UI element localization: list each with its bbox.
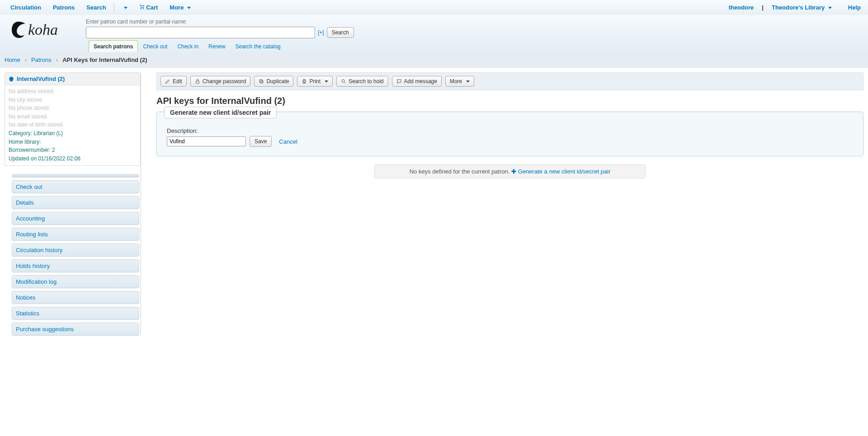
no-keys-infobar: No keys defined for the current patron. … [374, 164, 646, 178]
caret-down-icon [325, 80, 328, 83]
search-button[interactable]: Search [327, 27, 354, 38]
patron-no-phone: No phone stored. [9, 104, 137, 113]
nav-left: Circulation Patrons Search Cart More [5, 3, 197, 13]
svg-point-0 [141, 8, 142, 9]
nav-search-caret[interactable] [116, 4, 133, 11]
sidebar: InternalVufind (2) No address stored. No… [5, 72, 141, 336]
copy-icon [259, 79, 264, 84]
sidemenu-purchase-suggestions[interactable]: Purchase suggestions [12, 323, 139, 335]
sidemenu-modification-log[interactable]: Modification log [12, 276, 139, 288]
side-menu: Check out Details Accounting Routing lis… [5, 180, 141, 336]
sidemenu-holds-history[interactable]: Holds history [12, 260, 139, 272]
nav-cart[interactable]: Cart [133, 4, 164, 11]
patron-category: Category: Librarian (L) [9, 129, 137, 138]
cart-icon [139, 4, 145, 9]
svg-rect-5 [259, 80, 262, 82]
svg-rect-6 [303, 81, 306, 83]
patron-name-link[interactable]: InternalVufind (2) [17, 75, 65, 82]
chevron-right-icon: › [25, 56, 27, 63]
koha-logo: koha [0, 16, 86, 39]
caret-down-icon [124, 7, 127, 9]
svg-text:koha: koha [28, 21, 58, 38]
sidemenu-details[interactable]: Details [12, 197, 139, 209]
caret-down-icon [828, 7, 832, 9]
breadcrumb: Home › Patrons › API Keys for InternalVu… [0, 52, 868, 68]
no-keys-text: No keys defined for the current patron. [410, 168, 510, 175]
sidemenu-statistics[interactable]: Statistics [12, 307, 139, 319]
sidemenu-circulation-history[interactable]: Circulation history [12, 244, 139, 256]
patron-card-head: InternalVufind (2) [5, 73, 140, 85]
search-area: Enter patron card number or partial name… [86, 16, 354, 52]
patron-search-input[interactable] [86, 27, 315, 38]
nav-patrons[interactable]: Patrons [47, 4, 80, 11]
generate-key-link[interactable]: ✚ Generate a new client id/secret pair [511, 168, 610, 175]
duplicate-button[interactable]: Duplicate [254, 76, 293, 87]
save-button[interactable]: Save [250, 136, 272, 147]
svg-rect-4 [260, 80, 263, 83]
description-input[interactable] [167, 136, 246, 146]
search-icon [341, 79, 346, 84]
sidemenu-accounting[interactable]: Accounting [12, 212, 139, 225]
search-to-hold-button[interactable]: Search to hold [336, 76, 388, 87]
patron-no-city: No city stored. [9, 96, 137, 104]
fieldset-legend: Generate new client id/secret pair [164, 107, 277, 118]
change-password-button[interactable]: Change password [190, 76, 251, 87]
patron-card-body: No address stored. No city stored. No ph… [5, 85, 140, 165]
print-button[interactable]: Print [297, 76, 333, 87]
comment-icon [396, 79, 402, 84]
crumb-home[interactable]: Home [5, 56, 20, 63]
shield-icon [9, 76, 14, 82]
top-nav: Circulation Patrons Search Cart More the… [0, 0, 868, 15]
svg-rect-3 [196, 81, 199, 84]
sidemenu-notices[interactable]: Notices [12, 291, 139, 304]
plus-icon: ✚ [511, 168, 516, 175]
edit-button[interactable]: Edit [160, 76, 187, 87]
svg-point-1 [143, 8, 144, 9]
patron-card: InternalVufind (2) No address stored. No… [5, 72, 141, 166]
tab-search-catalog[interactable]: Search the catalog [230, 40, 285, 52]
caret-down-icon [187, 7, 191, 9]
cancel-link[interactable]: Cancel [279, 138, 297, 145]
sidebar-strip [12, 174, 139, 178]
svg-rect-7 [303, 80, 305, 81]
print-icon [302, 79, 307, 84]
lock-icon [195, 79, 200, 84]
nav-search[interactable]: Search [80, 4, 112, 11]
nav-circulation[interactable]: Circulation [5, 4, 47, 11]
add-message-button[interactable]: Add message [392, 76, 442, 87]
content: Edit Change password Duplicate Print Sea… [156, 72, 863, 178]
tab-renew[interactable]: Renew [203, 40, 230, 52]
patron-toolbar: Edit Change password Duplicate Print Sea… [156, 72, 863, 90]
patron-borrowernumber: Borrowernumber: 2 [9, 146, 137, 155]
tab-search-patrons[interactable]: Search patrons [89, 40, 138, 52]
toolbar-more-button[interactable]: More [445, 76, 474, 87]
nav-more[interactable]: More [164, 4, 197, 11]
description-label: Description: [167, 127, 853, 134]
nav-sep: | [759, 4, 766, 11]
crumb-patrons[interactable]: Patrons [31, 56, 52, 63]
sidemenu-check-out[interactable]: Check out [12, 181, 139, 193]
svg-point-9 [342, 80, 344, 82]
nav-user[interactable]: theodore [726, 4, 757, 11]
pencil-icon [165, 79, 170, 84]
patron-no-email: No email stored. [9, 113, 137, 121]
generate-fieldset: Generate new client id/secret pair Descr… [156, 112, 863, 156]
tab-check-out[interactable]: Check out [138, 40, 172, 52]
main: InternalVufind (2) No address stored. No… [0, 68, 868, 349]
nav-library[interactable]: Theodore's Library [769, 4, 835, 11]
search-label: Enter patron card number or partial name… [86, 19, 354, 27]
patron-updated: Updated on 01/16/2022 02:06 [9, 155, 137, 163]
page-title: API keys for InternalVufind (2) [156, 96, 863, 106]
search-expand[interactable]: [+] [317, 29, 325, 36]
nav-help[interactable]: Help [845, 4, 863, 11]
patron-home-library: Home library: [9, 138, 137, 146]
caret-down-icon [466, 80, 470, 83]
tab-check-in[interactable]: Check in [172, 40, 203, 52]
nav-divider [114, 3, 114, 13]
patron-no-address: No address stored. [9, 87, 137, 96]
svg-rect-8 [303, 82, 305, 84]
chevron-right-icon: › [56, 56, 58, 63]
header-band: koha Enter patron card number or partial… [0, 15, 868, 52]
search-tabs: Search patrons Check out Check in Renew … [86, 40, 354, 52]
sidemenu-routing-lists[interactable]: Routing lists [12, 228, 139, 240]
